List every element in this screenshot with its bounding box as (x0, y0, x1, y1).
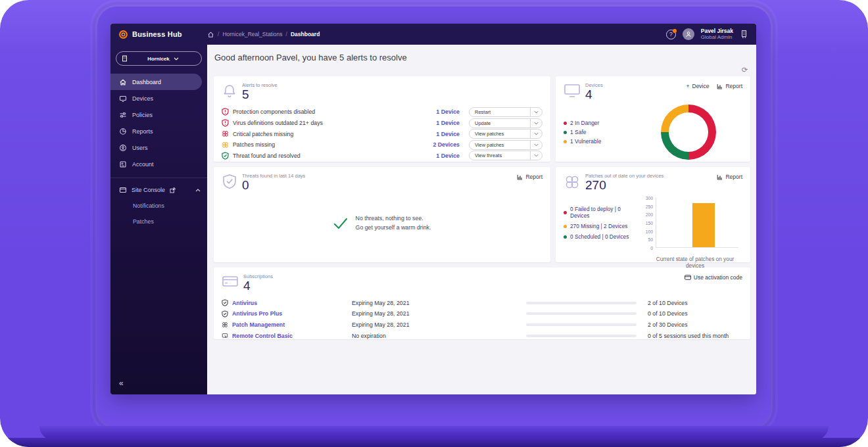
breadcrumb-site[interactable]: Hornicek_Real_Stations (222, 31, 282, 37)
device-count-link[interactable]: 1 Device (422, 131, 460, 137)
home-icon[interactable] (207, 31, 214, 38)
legend-item[interactable]: 1 Vulnerable (564, 138, 601, 145)
subscription-usage: 0 of 10 Devices (648, 310, 742, 317)
legend-dot (564, 122, 567, 125)
alert-label: Threat found and resolved (233, 153, 418, 159)
alert-label: Critical patches missing (233, 131, 418, 137)
app-header: Business Hub / Hornicek_Real_Stations / … (110, 24, 756, 45)
subscription-link[interactable]: Patch Management (222, 321, 352, 328)
alert-row: Critical patches missing 1 Device View p… (222, 128, 542, 139)
patches-legend: 0 Failed to deploy | 0 Devices 270 Missi… (564, 198, 641, 269)
report-icon (717, 174, 723, 180)
subscription-link[interactable]: Remote Control Basic (222, 333, 352, 339)
sidebar-item-notifications[interactable]: Notifications (110, 198, 207, 214)
sidebar-collapse-button[interactable]: « (119, 379, 124, 388)
refresh-icon[interactable]: ⟳ (742, 66, 748, 74)
subscription-row: Patch Management Expiring May 28, 2021 2… (222, 319, 742, 331)
legend-item[interactable]: 2 In Danger (564, 120, 601, 126)
account-icon (119, 160, 127, 168)
devices-report-button[interactable]: Report (717, 83, 742, 89)
user-info[interactable]: Pavel Jirsak Global Admin (701, 28, 733, 41)
card-icon (685, 275, 691, 280)
chevron-up-icon[interactable] (195, 189, 201, 192)
empty-line-2: Go get yourself a warm drink. (356, 224, 431, 233)
patch-bar (692, 203, 715, 248)
breadcrumb: / Hornicek_Real_Stations / Dashboard (207, 31, 320, 38)
laptop-base-edge (0, 438, 868, 447)
sidebar-item-reports[interactable]: Reports (110, 123, 202, 139)
sidebar-section-site-console[interactable]: Site Console (110, 182, 207, 198)
patches-report-button[interactable]: Report (717, 174, 742, 180)
alert-action-select[interactable]: View patches (469, 129, 542, 139)
shield-check-icon (222, 310, 228, 318)
laptop-screen: Business Hub / Hornicek_Real_Stations / … (97, 7, 771, 427)
sidebar-item-devices[interactable]: Devices (110, 90, 202, 106)
building-icon[interactable] (740, 30, 748, 39)
use-activation-code-button[interactable]: Use activation code (685, 274, 742, 281)
alert-action-select[interactable]: View threats (469, 151, 542, 160)
chevron-down-icon[interactable] (530, 119, 542, 128)
device-count-link[interactable]: 1 Device (422, 120, 460, 126)
threats-empty-state: No threats, nothing to see. Go get yours… (214, 214, 550, 232)
bell-icon (222, 83, 237, 100)
legend-dot (564, 235, 567, 239)
subscription-row: Antivirus Expiring May 28, 2021 2 of 10 … (222, 297, 742, 308)
patches-card: Patches out of date on your devices 270 … (556, 167, 750, 262)
alert-action-select[interactable]: Restart (469, 107, 542, 117)
chevron-down-icon[interactable] (530, 129, 542, 138)
sidebar-item-account[interactable]: Account (110, 156, 202, 172)
site-selector-label: Hornicek_Real_Statio... (147, 56, 170, 62)
subscription-expiry: Expiring May 28, 2021 (352, 310, 526, 317)
device-count-link[interactable]: 2 Devices (422, 141, 460, 148)
device-count-link[interactable]: 1 Device (422, 153, 460, 159)
legend-dot (564, 211, 567, 214)
subscription-usage: 0 of 5 sessions used this month (648, 333, 742, 339)
alert-action-select[interactable]: View patches (469, 140, 542, 150)
chevron-down-icon[interactable] (530, 141, 542, 149)
sidebar-divider (110, 177, 207, 178)
report-icon (517, 174, 523, 180)
sidebar: Hornicek_Real_Statio... Dashboard Device… (110, 45, 207, 394)
logo: Business Hub (110, 30, 207, 39)
alert-row: Threat found and resolved 1 Device View … (222, 151, 542, 162)
chevron-down-icon[interactable] (530, 108, 542, 116)
devices-donut[interactable] (661, 105, 716, 160)
sidebar-item-policies[interactable]: Policies (110, 106, 202, 123)
legend-item: 0 Scheduled | 0 Devices (564, 233, 641, 240)
legend-item: 270 Missing | 2 Devices (564, 223, 641, 229)
user-circle-icon (119, 144, 127, 152)
sidebar-item-users[interactable]: Users (110, 139, 202, 156)
add-device-button[interactable]: +Device (687, 83, 710, 89)
site-icon (122, 55, 144, 62)
legend-item[interactable]: 1 Safe (564, 129, 601, 135)
patch-icon (222, 141, 229, 149)
subscription-link[interactable]: Antivirus (222, 299, 352, 306)
alert-action-select[interactable]: Update (469, 118, 542, 128)
site-selector[interactable]: Hornicek_Real_Statio... (116, 51, 202, 66)
sidebar-item-patches[interactable]: Patches (110, 214, 207, 229)
devices-card: Devices 4 +Device Report (556, 76, 750, 162)
subscription-usage: 2 of 30 Devices (648, 321, 742, 328)
sidebar-subitem-label: Patches (133, 218, 154, 225)
sliders-icon (119, 111, 127, 119)
alerts-count: 5 (242, 88, 277, 102)
sidebar-item-label: Account (132, 161, 154, 168)
y-axis: 300 250 200 150 100 50 0 (641, 198, 656, 248)
device-count-link[interactable]: 1 Device (422, 108, 460, 115)
external-link-icon (170, 187, 176, 193)
chevron-down-icon (174, 57, 196, 60)
legend-dot (564, 140, 567, 143)
help-icon[interactable]: ? (666, 30, 676, 39)
chevron-down-icon[interactable] (530, 151, 542, 160)
browser-window-icon (119, 186, 127, 194)
alert-row: Virus definitions outdated 21+ days 1 De… (222, 118, 542, 129)
business-hub-window: Business Hub / Hornicek_Real_Stations / … (110, 24, 756, 394)
alert-row: Protection components disabled 1 Device … (222, 106, 542, 118)
sidebar-item-dashboard[interactable]: Dashboard (110, 74, 202, 90)
subscription-link[interactable]: Antivirus Pro Plus (222, 310, 352, 318)
shield-alert-icon (222, 119, 229, 127)
threats-report-button[interactable]: Report (517, 174, 542, 180)
devices-legend: 2 In Danger 1 Safe 1 Vulnerable (564, 120, 601, 145)
patch-icon (222, 321, 228, 328)
avatar[interactable] (683, 28, 694, 40)
